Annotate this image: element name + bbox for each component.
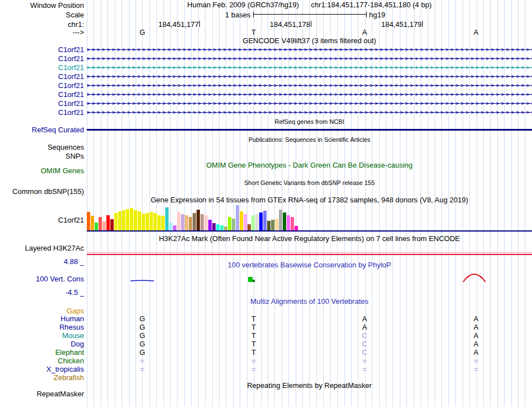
- gtex-expression-bar[interactable]: [142, 214, 145, 230]
- gencode-track-title[interactable]: GENCODE V49lift37 (3 items filtered out): [87, 37, 532, 45]
- h3k27ac-signal-pink[interactable]: [87, 252, 532, 253]
- gtex-expression-bar[interactable]: [185, 215, 188, 230]
- gtex-expression-bar[interactable]: [275, 219, 278, 230]
- gtex-expression-bar[interactable]: [216, 224, 220, 230]
- gtex-expression-bar[interactable]: [130, 208, 133, 230]
- gtex-expression-barchart[interactable]: [87, 203, 532, 230]
- multiz-track-title[interactable]: Multiz Alignments of 100 Vertebrates: [87, 298, 532, 306]
- gencode-item-label[interactable]: C1orf21: [0, 108, 84, 117]
- h3k27ac-track-label[interactable]: Layered H3K27Ac: [0, 244, 84, 252]
- species-label[interactable]: Elephant: [0, 348, 84, 357]
- gtex-expression-bar[interactable]: [220, 225, 223, 230]
- gtex-expression-bar[interactable]: [236, 205, 239, 230]
- gtex-expression-bar[interactable]: [126, 209, 129, 230]
- gaps-label[interactable]: Gaps: [0, 307, 84, 315]
- gtex-expression-bar[interactable]: [232, 219, 235, 230]
- gencode-item-arrows[interactable]: >>>>>>>>>>>>>>>>>>>>>>>>>>>>>>>>>>>>>>>>…: [87, 90, 532, 99]
- repeatmasker-track-title[interactable]: Repeating Elements by RepeatMasker: [87, 382, 532, 390]
- gtex-expression-bar[interactable]: [157, 215, 161, 230]
- dbsnp-track-label[interactable]: Common dbSNP(155): [0, 187, 84, 196]
- gtex-expression-bar[interactable]: [181, 214, 184, 230]
- gtex-expression-bar[interactable]: [138, 211, 141, 230]
- gtex-expression-bar[interactable]: [146, 213, 149, 230]
- gencode-item-label[interactable]: C1orf21: [0, 90, 84, 99]
- h3k27ac-track-title[interactable]: H3K27Ac Mark (Often Found Near Active Re…: [87, 235, 532, 243]
- gtex-expression-bar[interactable]: [177, 212, 180, 230]
- gtex-expression-bar[interactable]: [122, 210, 125, 230]
- gtex-expression-bar[interactable]: [153, 213, 157, 230]
- coordinate-label[interactable]: 184,451,179: [349, 21, 422, 29]
- gencode-item-label[interactable]: C1orf21: [0, 63, 84, 72]
- species-label[interactable]: Human: [0, 314, 84, 323]
- gencode-item-arrows[interactable]: >>>>>>>>>>>>>>>>>>>>>>>>>>>>>>>>>>>>>>>>…: [87, 54, 532, 63]
- repeatmasker-track-label[interactable]: RepeatMasker: [0, 390, 84, 398]
- gtex-expression-bar[interactable]: [244, 214, 247, 230]
- gencode-item-arrows[interactable]: >>>>>>>>>>>>>>>>>>>>>>>>>>>>>>>>>>>>>>>>…: [87, 45, 532, 54]
- sequences-track-label[interactable]: Sequences: [0, 143, 84, 151]
- gtex-expression-bar[interactable]: [251, 215, 255, 230]
- gtex-expression-bar[interactable]: [267, 221, 270, 230]
- gtex-expression-bar[interactable]: [212, 223, 216, 230]
- gtex-expression-bar[interactable]: [248, 224, 251, 230]
- gtex-expression-bar[interactable]: [224, 226, 227, 230]
- gencode-item-label[interactable]: C1orf21: [0, 72, 84, 81]
- refseq-gene-bar[interactable]: [87, 129, 532, 131]
- species-label[interactable]: Chicken: [0, 357, 84, 365]
- species-label[interactable]: X_tropicalis: [0, 365, 84, 373]
- gtex-expression-bar[interactable]: [197, 210, 200, 230]
- omim-track-title[interactable]: OMIM Gene Phenotypes - Dark Green Can Be…: [87, 161, 532, 169]
- gtex-expression-bar[interactable]: [240, 211, 243, 230]
- gtex-expression-bar[interactable]: [255, 214, 259, 230]
- gtex-track-title[interactable]: Gene Expression in 54 tissues from GTEx …: [87, 196, 532, 204]
- gtex-expression-bar[interactable]: [271, 220, 274, 230]
- phylop-track-label[interactable]: 100 Vert. Cons: [0, 275, 84, 283]
- gencode-item-label[interactable]: C1orf21: [0, 81, 84, 90]
- gtex-expression-bar[interactable]: [150, 212, 153, 230]
- gencode-item-arrows[interactable]: >>>>>>>>>>>>>>>>>>>>>>>>>>>>>>>>>>>>>>>>…: [87, 72, 532, 81]
- dbsnp-track-title[interactable]: Short Genetic Variants from dbSNP releas…: [87, 179, 532, 187]
- species-label[interactable]: Rhesus: [0, 323, 84, 331]
- gencode-item-arrows[interactable]: >>>>>>>>>>>>>>>>>>>>>>>>>>>>>>>>>>>>>>>>…: [87, 99, 532, 108]
- gtex-expression-bar[interactable]: [173, 225, 176, 230]
- gencode-item-arrows[interactable]: >>>>>>>>>>>>>>>>>>>>>>>>>>>>>>>>>>>>>>>>…: [87, 63, 532, 72]
- gencode-item-arrows[interactable]: >>>>>>>>>>>>>>>>>>>>>>>>>>>>>>>>>>>>>>>>…: [87, 108, 532, 117]
- gtex-expression-bar[interactable]: [287, 215, 290, 230]
- publications-track-title[interactable]: Publications: Sequences in Scientific Ar…: [87, 136, 532, 144]
- phylop-track-title[interactable]: 100 vertebrates Basewise Conservation by…: [87, 261, 532, 269]
- gtex-expression-bar[interactable]: [114, 213, 118, 230]
- gtex-expression-bar[interactable]: [165, 207, 169, 230]
- species-label[interactable]: Mouse: [0, 331, 84, 340]
- gtex-expression-bar[interactable]: [279, 210, 282, 230]
- gtex-expression-bar[interactable]: [161, 216, 165, 230]
- gtex-expression-bar[interactable]: [228, 217, 231, 230]
- gtex-expression-bar[interactable]: [189, 217, 192, 230]
- gtex-gene-label[interactable]: C1orf21: [0, 216, 84, 224]
- gencode-item-label[interactable]: C1orf21: [0, 54, 84, 63]
- gencode-item-arrows[interactable]: >>>>>>>>>>>>>>>>>>>>>>>>>>>>>>>>>>>>>>>>…: [87, 81, 532, 90]
- gtex-expression-bar[interactable]: [91, 216, 94, 230]
- gtex-expression-bar[interactable]: [118, 211, 122, 230]
- species-label[interactable]: Dog: [0, 340, 84, 348]
- species-label[interactable]: Zebrafish: [0, 373, 84, 382]
- gtex-expression-bar[interactable]: [291, 217, 294, 230]
- gtex-expression-bar[interactable]: [87, 212, 90, 230]
- gtex-expression-bar[interactable]: [295, 226, 298, 230]
- coordinate-label[interactable]: 184,451,177: [126, 21, 199, 29]
- gtex-expression-bar[interactable]: [134, 210, 137, 230]
- gtex-expression-bar[interactable]: [259, 212, 263, 230]
- gencode-item-label[interactable]: C1orf21: [0, 99, 84, 108]
- gtex-expression-bar[interactable]: [110, 219, 114, 230]
- gtex-expression-bar[interactable]: [106, 215, 110, 230]
- phylop-signal-area[interactable]: [87, 272, 532, 284]
- gtex-expression-bar[interactable]: [95, 223, 98, 230]
- gtex-expression-bar[interactable]: [193, 213, 196, 230]
- omim-genes-label[interactable]: OMIM Genes: [0, 166, 84, 175]
- gtex-expression-bar[interactable]: [102, 221, 106, 230]
- gtex-expression-bar[interactable]: [204, 215, 208, 230]
- gtex-expression-bar[interactable]: [200, 214, 204, 230]
- refseq-track-title[interactable]: RefSeq genes from NCBI: [87, 118, 532, 126]
- snps-track-label[interactable]: SNPs: [0, 152, 84, 160]
- gtex-expression-bar[interactable]: [169, 223, 172, 230]
- coordinate-label[interactable]: 184,451,178: [237, 21, 310, 29]
- h3k27ac-signal-red[interactable]: [87, 254, 532, 255]
